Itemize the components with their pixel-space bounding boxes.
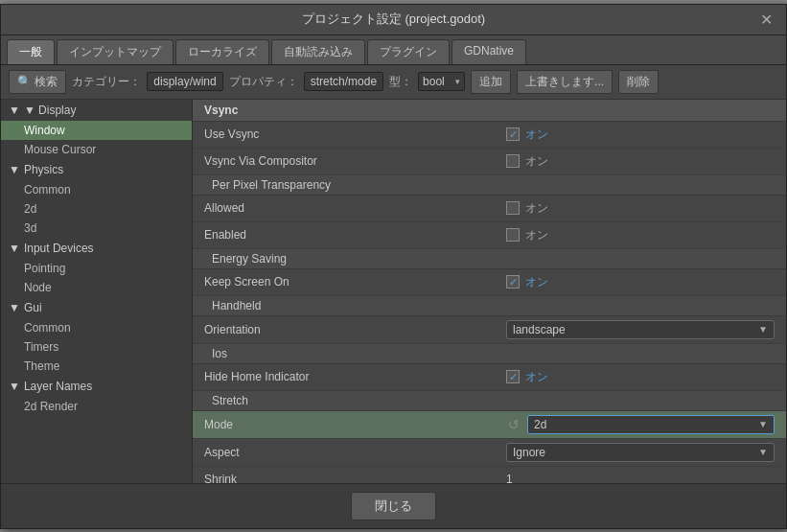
display-arrow-icon: ▼ <box>9 104 20 117</box>
aspect-value-text: Ignore <box>513 446 545 459</box>
sidebar-item-physics-2d[interactable]: 2d <box>1 199 192 219</box>
sidebar-item-theme[interactable]: Theme <box>1 357 192 376</box>
sidebar: ▼ ▼ Display Window Mouse Cursor ▼ Physic… <box>1 100 193 483</box>
hide-home-checkbox[interactable] <box>506 370 520 383</box>
search-button[interactable]: 🔍 検索 <box>9 70 66 94</box>
input-arrow-icon: ▼ <box>9 242 20 255</box>
sub-ios: Ios <box>193 344 786 364</box>
sidebar-item-physics[interactable]: ▼ Physics <box>1 159 192 180</box>
orientation-value-text: landscape <box>513 323 566 336</box>
sidebar-item-window[interactable]: Window <box>1 121 192 140</box>
type-label: 型： <box>389 74 412 90</box>
layer-arrow-icon: ▼ <box>9 380 20 393</box>
tab-plugins[interactable]: プラグイン <box>367 39 450 64</box>
prop-enabled: Enabled オン <box>193 222 786 249</box>
category-label: カテゴリー： <box>72 74 141 90</box>
prop-enabled-label: Enabled <box>204 228 506 242</box>
tab-autoload[interactable]: 自動読み込み <box>271 39 365 64</box>
sidebar-item-node[interactable]: Node <box>1 278 192 297</box>
prop-shrink: Shrink 1 <box>193 467 786 483</box>
prop-aspect-label: Aspect <box>204 446 506 459</box>
mode-reset-button[interactable]: ↺ <box>506 417 521 432</box>
sidebar-item-gui-common[interactable]: Common <box>1 318 192 337</box>
hide-home-on-label: オン <box>525 369 548 385</box>
mode-value-text: 2d <box>534 418 546 431</box>
allowed-checkbox[interactable] <box>506 201 520 215</box>
prop-allowed: Allowed オン <box>193 196 786 222</box>
prop-enabled-value: オン <box>506 227 775 243</box>
prop-aspect: Aspect Ignore ▼ <box>193 439 786 467</box>
window-close-button[interactable]: ✕ <box>756 11 776 29</box>
tab-gdnative[interactable]: GDNative <box>451 39 526 64</box>
sidebar-item-display[interactable]: ▼ ▼ Display <box>1 100 192 121</box>
sidebar-item-physics-common[interactable]: Common <box>1 180 192 199</box>
keep-screen-checkbox[interactable] <box>506 275 520 289</box>
tab-input-map[interactable]: インプットマップ <box>57 39 174 64</box>
close-window-button[interactable]: 閉じる <box>351 492 436 520</box>
keep-screen-on-label: オン <box>525 274 548 290</box>
sidebar-item-gui[interactable]: ▼ Gui <box>1 297 192 318</box>
prop-orientation-label: Orientation <box>204 323 506 336</box>
prop-aspect-value: Ignore ▼ <box>506 443 775 462</box>
prop-hide-home-label: Hide Home Indicator <box>204 370 506 383</box>
prop-shrink-label: Shrink <box>204 473 506 483</box>
sidebar-item-timers[interactable]: Timers <box>1 337 192 357</box>
sidebar-item-pointing[interactable]: Pointing <box>1 259 192 278</box>
sidebar-item-mouse-cursor[interactable]: Mouse Cursor <box>1 140 192 159</box>
prop-keep-screen-value: オン <box>506 274 775 290</box>
sub-energy-saving: Energy Saving <box>193 249 786 269</box>
use-vsync-on-label: オン <box>525 127 548 143</box>
tab-localize[interactable]: ローカライズ <box>175 39 269 64</box>
prop-use-vsync-label: Use Vsync <box>204 127 506 141</box>
main-window: プロジェクト設定 (project.godot) ✕ 一般 インプットマップ ロ… <box>0 4 787 529</box>
prop-allowed-label: Allowed <box>204 201 506 215</box>
input-label: Input Devices <box>24 242 94 255</box>
property-label: プロパティ： <box>229 74 298 90</box>
sidebar-item-physics-3d[interactable]: 3d <box>1 219 192 238</box>
sidebar-item-layer-names[interactable]: ▼ Layer Names <box>1 376 192 397</box>
footer: 閉じる <box>1 483 786 528</box>
prop-keep-screen-label: Keep Screen On <box>204 275 506 289</box>
prop-allowed-value: オン <box>506 200 775 217</box>
vsync-compositor-checkbox[interactable] <box>506 154 520 168</box>
overwrite-button[interactable]: 上書きします... <box>517 70 613 94</box>
prop-mode-label: Mode <box>204 418 506 431</box>
mode-dropdown-arrow: ▼ <box>758 419 768 429</box>
prop-orientation: Orientation landscape ▼ <box>193 316 786 344</box>
prop-hide-home: Hide Home Indicator オン <box>193 364 786 391</box>
window-title: プロジェクト設定 (project.godot) <box>266 11 521 28</box>
prop-use-vsync: Use Vsync オン <box>193 122 786 149</box>
prop-keep-screen-on: Keep Screen On オン <box>193 269 786 296</box>
sidebar-item-input-devices[interactable]: ▼ Input Devices <box>1 238 192 259</box>
physics-arrow-icon: ▼ <box>9 163 20 176</box>
physics-label: Physics <box>24 163 63 176</box>
toolbar: 🔍 検索 カテゴリー： display/wind プロパティ： stretch/… <box>1 65 786 100</box>
prop-shrink-value: 1 <box>506 473 775 483</box>
prop-orientation-value: landscape ▼ <box>506 320 775 339</box>
tab-general[interactable]: 一般 <box>7 39 55 64</box>
enabled-checkbox[interactable] <box>506 228 520 242</box>
shrink-value-text: 1 <box>506 473 775 483</box>
category-value: display/wind <box>147 72 222 91</box>
prop-use-vsync-value: オン <box>506 127 775 143</box>
titlebar: プロジェクト設定 (project.godot) ✕ <box>1 5 786 35</box>
mode-dropdown[interactable]: 2d ▼ <box>527 415 775 434</box>
orientation-dropdown[interactable]: landscape ▼ <box>506 320 775 339</box>
gui-arrow-icon: ▼ <box>9 301 20 314</box>
main-content: Vsync Use Vsync オン Vsync Via Compositor … <box>193 100 786 483</box>
sidebar-item-2d-render[interactable]: 2d Render <box>1 397 192 416</box>
enabled-on-label: オン <box>525 227 548 243</box>
content-area: ▼ ▼ Display Window Mouse Cursor ▼ Physic… <box>1 100 786 483</box>
orientation-dropdown-arrow: ▼ <box>758 324 768 335</box>
sub-handheld: Handheld <box>193 296 786 316</box>
delete-button[interactable]: 削除 <box>618 70 659 94</box>
use-vsync-checkbox[interactable] <box>506 127 520 141</box>
type-select[interactable]: bool <box>418 72 465 91</box>
add-button[interactable]: 追加 <box>471 70 511 94</box>
aspect-dropdown[interactable]: Ignore ▼ <box>506 443 775 462</box>
section-vsync: Vsync <box>193 100 786 122</box>
prop-vsync-compositor-label: Vsync Via Compositor <box>204 154 506 168</box>
layer-label: Layer Names <box>24 380 92 393</box>
sub-per-pixel: Per Pixel Transparency <box>193 175 786 196</box>
property-value: stretch/mode <box>304 72 383 91</box>
